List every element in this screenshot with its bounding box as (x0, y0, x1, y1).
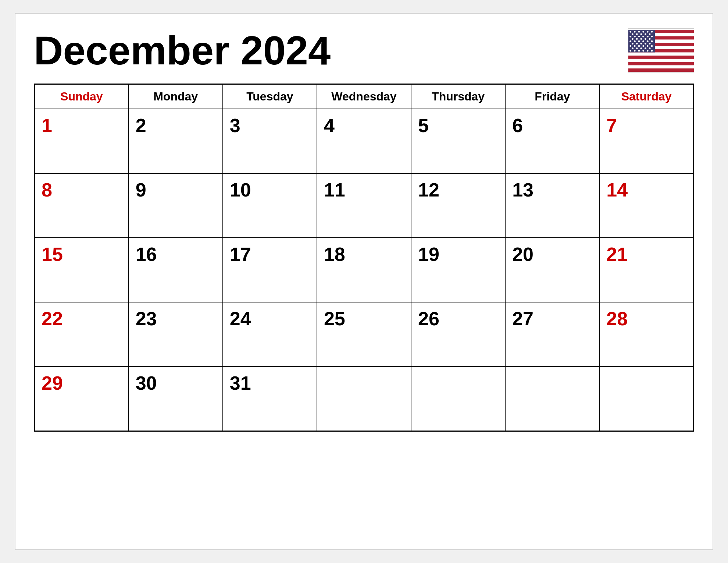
calendar-day-18: 18 (317, 238, 411, 302)
svg-point-38 (634, 40, 636, 42)
us-flag (628, 28, 694, 72)
svg-point-27 (634, 36, 636, 38)
svg-point-45 (640, 43, 642, 45)
svg-point-47 (649, 43, 651, 45)
svg-point-15 (629, 31, 631, 33)
week-row-5: 293031 (35, 367, 694, 431)
svg-point-19 (647, 31, 649, 33)
svg-point-29 (642, 36, 644, 38)
calendar-day-2: 2 (129, 109, 223, 173)
svg-point-25 (649, 33, 651, 35)
calendar-day-24: 24 (223, 302, 317, 367)
svg-point-49 (634, 45, 636, 47)
calendar-day-empty (505, 367, 599, 431)
calendar-day-empty (599, 367, 693, 431)
svg-point-32 (632, 38, 634, 40)
week-row-4: 22232425262728 (35, 302, 694, 367)
calendar-day-26: 26 (411, 302, 505, 367)
svg-point-57 (645, 47, 646, 49)
svg-rect-12 (628, 65, 694, 68)
calendar-day-10: 10 (223, 173, 317, 238)
calendar-day-5: 5 (411, 109, 505, 173)
svg-point-50 (638, 45, 640, 47)
svg-point-22 (636, 33, 638, 35)
svg-point-54 (632, 47, 634, 49)
svg-point-62 (642, 50, 644, 52)
calendar-day-19: 19 (411, 238, 505, 302)
svg-point-35 (645, 38, 646, 40)
svg-point-20 (651, 31, 653, 33)
svg-rect-9 (628, 56, 694, 59)
calendar-day-31: 31 (223, 367, 317, 431)
week-row-1: 1234567 (35, 109, 694, 173)
header-monday: Monday (129, 84, 223, 109)
svg-point-37 (629, 40, 631, 42)
header-thursday: Thursday (411, 84, 505, 109)
calendar-day-17: 17 (223, 238, 317, 302)
svg-point-56 (640, 47, 642, 49)
svg-rect-10 (628, 59, 694, 62)
svg-point-31 (651, 36, 653, 38)
svg-point-46 (645, 43, 646, 45)
svg-point-55 (636, 47, 638, 49)
svg-point-24 (645, 33, 646, 35)
svg-point-40 (642, 40, 644, 42)
svg-point-64 (651, 50, 653, 52)
calendar-header: December 2024 (34, 28, 694, 72)
calendar-grid: Sunday Monday Tuesday Wednesday Thursday… (34, 84, 694, 432)
svg-point-53 (651, 45, 653, 47)
svg-point-59 (629, 50, 631, 52)
month-title: December 2024 (34, 30, 331, 71)
calendar-body: 1234567891011121314151617181920212223242… (35, 109, 694, 431)
calendar-day-25: 25 (317, 302, 411, 367)
calendar-day-27: 27 (505, 302, 599, 367)
svg-point-17 (638, 31, 640, 33)
calendar-day-22: 22 (35, 302, 129, 367)
calendar-day-1: 1 (35, 109, 129, 173)
header-friday: Friday (505, 84, 599, 109)
calendar-day-29: 29 (35, 367, 129, 431)
calendar-day-6: 6 (505, 109, 599, 173)
svg-point-52 (647, 45, 649, 47)
week-row-3: 15161718192021 (35, 238, 694, 302)
calendar-day-15: 15 (35, 238, 129, 302)
calendar-day-23: 23 (129, 302, 223, 367)
svg-point-39 (638, 40, 640, 42)
svg-point-18 (642, 31, 644, 33)
svg-point-44 (636, 43, 638, 45)
calendar-page: December 2024 (15, 13, 713, 550)
calendar-day-3: 3 (223, 109, 317, 173)
svg-point-41 (647, 40, 649, 42)
svg-rect-11 (628, 62, 694, 65)
week-row-2: 891011121314 (35, 173, 694, 238)
svg-point-42 (651, 40, 653, 42)
calendar-day-28: 28 (599, 302, 693, 367)
svg-point-21 (632, 33, 634, 35)
svg-point-43 (632, 43, 634, 45)
calendar-day-30: 30 (129, 367, 223, 431)
svg-point-28 (638, 36, 640, 38)
svg-rect-13 (628, 68, 694, 72)
svg-point-58 (649, 47, 651, 49)
svg-point-61 (638, 50, 640, 52)
svg-point-60 (634, 50, 636, 52)
calendar-day-14: 14 (599, 173, 693, 238)
svg-point-63 (647, 50, 649, 52)
svg-point-34 (640, 38, 642, 40)
svg-point-30 (647, 36, 649, 38)
svg-rect-8 (628, 52, 694, 56)
svg-point-48 (629, 45, 631, 47)
calendar-day-11: 11 (317, 173, 411, 238)
calendar-day-9: 9 (129, 173, 223, 238)
calendar-day-7: 7 (599, 109, 693, 173)
header-saturday: Saturday (599, 84, 693, 109)
calendar-day-4: 4 (317, 109, 411, 173)
svg-point-26 (629, 36, 631, 38)
calendar-day-8: 8 (35, 173, 129, 238)
svg-point-33 (636, 38, 638, 40)
svg-point-23 (640, 33, 642, 35)
header-wednesday: Wednesday (317, 84, 411, 109)
calendar-day-12: 12 (411, 173, 505, 238)
calendar-day-16: 16 (129, 238, 223, 302)
svg-point-16 (634, 31, 636, 33)
